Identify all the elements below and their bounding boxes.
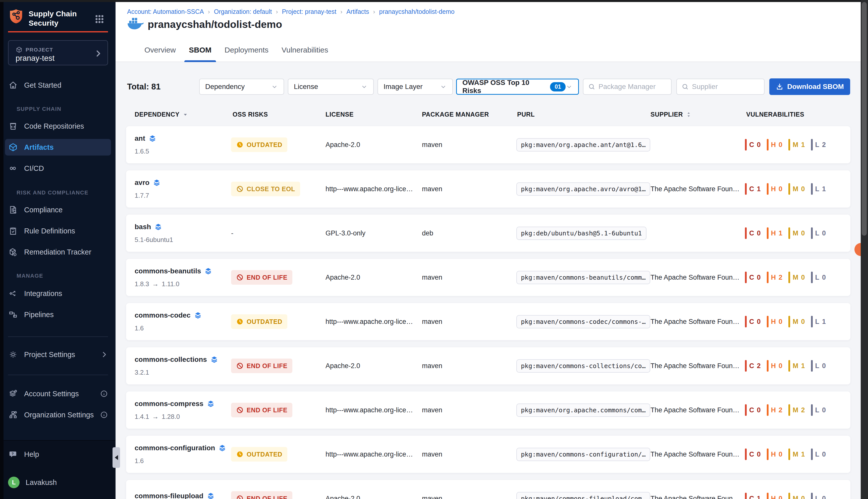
severity-bar [811, 360, 813, 372]
supplier-search[interactable] [677, 78, 765, 95]
table-row[interactable]: avro 1.7.7 CLOSE TO EOL http---www.apach… [126, 170, 851, 208]
severity-low: L0 [811, 404, 826, 416]
tab-vulnerabilities[interactable]: Vulnerabilities [277, 38, 333, 62]
severity-medium: M0 [789, 272, 805, 283]
dependency-filter-select[interactable]: Dependency [199, 78, 284, 95]
purl-chip[interactable]: pkg:maven/commons-configuration/… [516, 448, 650, 461]
table-row[interactable]: commons-collections 3.2.1 END OF LIFE Ap… [126, 347, 851, 385]
purl-chip[interactable]: pkg:maven/org.apache.ant/ant@1.6… [516, 138, 650, 151]
breadcrumb-organization[interactable]: Organization: default [214, 8, 272, 15]
severity-letter: C [749, 141, 755, 149]
supplier-cell: The Apache Software Foun… [650, 259, 740, 296]
severity-bar [745, 139, 747, 150]
dependency-name[interactable]: commons-collections [135, 355, 207, 364]
table-row[interactable]: commons-beanutils 1.8.3 → 1.11.0 END OF … [126, 259, 851, 296]
purl-chip[interactable]: pkg:maven/org.apache.commons/com… [516, 403, 650, 417]
purl-chip[interactable]: pkg:maven/commons-beanutils/comm… [516, 271, 650, 284]
owasp-count-badge: 01 [550, 82, 566, 92]
table-row[interactable]: commons-compress 1.4.1 → 1.28.0 END OF L… [126, 391, 851, 429]
severity-letter: M [793, 141, 799, 149]
license-cell: http---www.apache.org-lice… [325, 303, 413, 340]
tab-overview[interactable]: Overview [140, 38, 180, 62]
sidebar-item-pipelines[interactable]: Pipelines [8, 306, 108, 323]
severity-bar [789, 316, 790, 327]
dependency-name[interactable]: commons-codec [135, 311, 191, 319]
info-icon[interactable] [100, 411, 108, 419]
column-dependency[interactable]: DEPENDENCY [135, 111, 189, 118]
sidebar-item-artifacts[interactable]: Artifacts [5, 139, 111, 156]
sidebar-item-get-started[interactable]: Get Started [8, 77, 108, 94]
purl-chip[interactable]: pkg:maven/commons-codec/commons-… [516, 315, 650, 328]
owasp-risks-filter-select[interactable]: OWASP OSS Top 10 Risks 01 [456, 78, 579, 95]
sidebar-item-integrations[interactable]: Integrations [8, 285, 108, 302]
purl-chip[interactable]: pkg:deb/ubuntu/bash@5.1-6ubuntu1 [516, 227, 646, 240]
dependency-version: 1.7.7 [135, 192, 149, 199]
package-manager-search[interactable] [583, 78, 672, 95]
package-manager-value: deb [422, 229, 433, 237]
purl-chip[interactable]: pkg:maven/commons-collections/co… [516, 359, 650, 373]
column-supplier[interactable]: SUPPLIER [650, 111, 692, 118]
license-cell: Apache-2.0 [325, 126, 360, 163]
package-manager-search-input[interactable] [598, 83, 667, 91]
severity-high: H0 [767, 493, 783, 499]
breadcrumb-current[interactable]: pranaycshah/todolist-demo [379, 8, 454, 15]
docker-icon [127, 16, 144, 30]
severity-bar [767, 449, 769, 460]
severity-high: H2 [767, 404, 783, 416]
severity-medium: M2 [789, 404, 805, 416]
dependency-name[interactable]: bash [135, 223, 151, 231]
image-layer-filter-select[interactable]: Image Layer [377, 78, 453, 95]
dependency-name[interactable]: commons-beanutils [135, 267, 201, 275]
supplier-cell: The Apache Software Foun… [650, 347, 740, 385]
chevron-down-icon [271, 83, 278, 90]
dependency-name[interactable]: avro [135, 179, 149, 187]
severity-letter: C [749, 495, 755, 499]
table-row[interactable]: commons-codec 1.6 OUTDATED http---www.ap… [126, 303, 851, 340]
sidebar-item-account-settings[interactable]: Account Settings [8, 386, 108, 402]
license-filter-select[interactable]: License [288, 78, 374, 95]
breadcrumb-project[interactable]: Project: pranay-test [282, 8, 336, 15]
table-row[interactable]: commons-configuration 1.6 OUTDATED http-… [126, 436, 851, 473]
sidebar-item-code-repositories[interactable]: Code Repositories [8, 118, 108, 134]
breadcrumb-artifacts[interactable]: Artifacts [346, 8, 369, 15]
dependency-name[interactable]: ant [135, 134, 145, 143]
oss-risk-label: CLOSE TO EOL [247, 185, 295, 193]
breadcrumb-account[interactable]: Account: Automation-SSCA [127, 8, 204, 15]
supplier-value: The Apache Software Foun… [650, 185, 740, 193]
dependency-name[interactable]: commons-fileupload [135, 492, 203, 499]
tab-sbom[interactable]: SBOM [184, 38, 216, 62]
project-selector[interactable]: PROJECT pranay-test [8, 40, 108, 65]
dependency-name[interactable]: commons-configuration [135, 444, 215, 452]
purl-chip[interactable]: pkg:maven/commons-fileupload/com… [516, 492, 650, 499]
license-value: Apache-2.0 [325, 362, 360, 370]
user-menu[interactable]: L Lavakush [8, 474, 108, 491]
sidebar-item-remediation-tracker[interactable]: Remediation Tracker [8, 244, 108, 260]
license-cell: Apache-2.0 [325, 347, 360, 385]
license-value: Apache-2.0 [325, 273, 360, 281]
sidebar-item-project-settings[interactable]: Project Settings [8, 346, 108, 363]
dependency-version: 1.6 [135, 457, 144, 465]
table-row[interactable]: bash 5.1-6ubuntu1 - GPL-3.0-only deb pkg… [126, 215, 851, 252]
severity-bar [811, 449, 813, 460]
sidebar-item-help[interactable]: ? Help [8, 446, 108, 463]
scrollbar-thumb[interactable] [862, 2, 867, 236]
dependency-name[interactable]: commons-compress [135, 400, 203, 408]
info-icon[interactable] [100, 390, 108, 398]
severity-bar [767, 404, 769, 416]
scrollbar-track[interactable] [861, 0, 868, 499]
sidebar-item-organization-settings[interactable]: Organization Settings [8, 406, 108, 423]
purl-chip[interactable]: pkg:maven/org.apache.avro/avro@1… [516, 182, 650, 196]
org-gear-icon [8, 410, 18, 419]
supplier-search-input[interactable] [692, 83, 759, 91]
table-row[interactable]: ant 1.6.5 OUTDATED Apache-2.0 maven pkg:… [126, 126, 851, 163]
window-top-edge [0, 0, 868, 2]
tab-deployments[interactable]: Deployments [220, 38, 273, 62]
sidebar-item-compliance[interactable]: Compliance [8, 202, 108, 218]
sidebar-collapse-handle[interactable] [112, 447, 120, 468]
vulnerabilities-cell: C1 H0 M0 L0 [745, 480, 826, 499]
download-sbom-button[interactable]: Download SBOM [769, 78, 850, 95]
module-grid-icon[interactable] [95, 14, 104, 24]
table-row[interactable]: commons-fileupload END OF LIFE Apache-2.… [126, 480, 851, 499]
sidebar-item-cicd[interactable]: CI/CD [8, 160, 108, 177]
sidebar-item-rule-definitions[interactable]: Rule Definitions [8, 223, 108, 239]
